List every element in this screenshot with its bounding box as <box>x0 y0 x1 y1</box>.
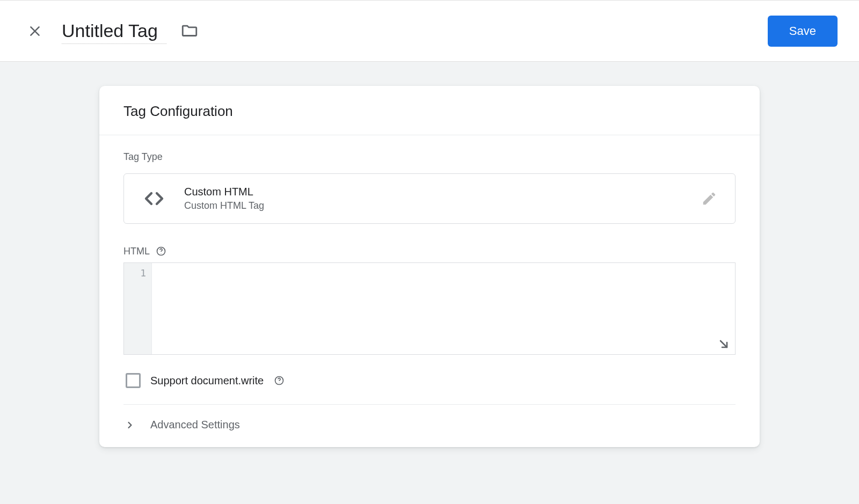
html-help-button[interactable] <box>155 245 167 257</box>
svg-point-3 <box>161 253 162 254</box>
close-button[interactable] <box>21 18 48 45</box>
advanced-settings-label: Advanced Settings <box>150 419 240 431</box>
tag-name-input[interactable] <box>62 18 166 44</box>
advanced-settings-toggle[interactable]: Advanced Settings <box>123 405 736 447</box>
docwrite-help-button[interactable] <box>273 375 285 386</box>
line-number: 1 <box>124 267 151 279</box>
tag-type-text: Custom HTML Custom HTML Tag <box>184 186 698 211</box>
save-button[interactable]: Save <box>768 16 838 47</box>
card-title: Tag Configuration <box>99 86 760 135</box>
support-docwrite-checkbox[interactable] <box>126 373 141 388</box>
html-section-label: HTML <box>123 246 150 257</box>
html-code-textarea[interactable] <box>152 263 735 354</box>
editor-stage: Tag Configuration Tag Type Custom HTML C… <box>0 62 859 447</box>
tag-type-selector[interactable]: Custom HTML Custom HTML Tag <box>123 173 736 224</box>
close-icon <box>28 24 42 38</box>
support-docwrite-label: Support document.write <box>150 375 264 387</box>
support-docwrite-row: Support document.write <box>123 371 736 405</box>
svg-line-4 <box>720 341 727 347</box>
help-icon <box>156 246 166 257</box>
tag-type-label: Tag Type <box>123 151 736 163</box>
tag-type-subtitle: Custom HTML Tag <box>184 200 698 211</box>
edit-icon <box>698 188 720 209</box>
html-code-editor: 1 <box>123 262 736 355</box>
folder-button[interactable] <box>180 21 199 41</box>
tag-config-card: Tag Configuration Tag Type Custom HTML C… <box>99 86 760 447</box>
editor-resize-handle[interactable] <box>717 337 731 351</box>
chevron-right-icon <box>125 420 135 430</box>
tag-type-title: Custom HTML <box>184 186 698 198</box>
code-brackets-icon <box>139 184 169 214</box>
help-icon <box>274 375 285 386</box>
svg-point-6 <box>279 383 280 383</box>
editor-gutter: 1 <box>124 263 152 354</box>
resize-arrow-icon <box>717 338 730 350</box>
folder-icon <box>180 22 199 40</box>
editor-header: Save <box>0 0 859 62</box>
